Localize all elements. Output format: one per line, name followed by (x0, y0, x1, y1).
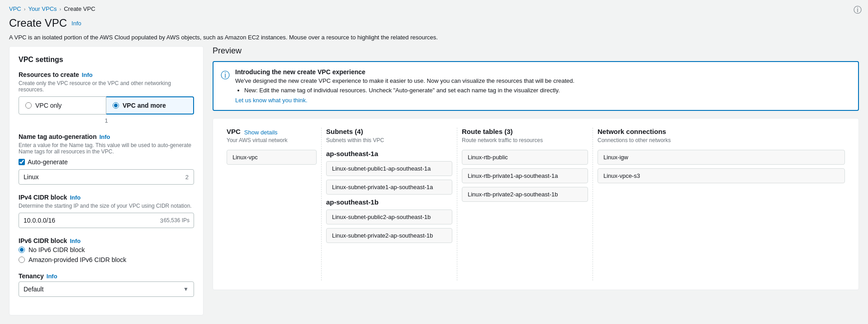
vpc-col-header: VPC Show details (227, 128, 317, 137)
breadcrumb-sep2: › (60, 6, 62, 12)
rtb-public: Linux-rtb-public (462, 150, 588, 165)
resources-sublabel: Create only the VPC resource or the VPC … (19, 80, 194, 93)
network-connections-col-subtitle: Connections to other networks (598, 137, 845, 143)
step-3-indicator: 3 (160, 217, 163, 224)
vpc-and-more-radio[interactable] (113, 102, 119, 109)
step-1-indicator: 1 (19, 117, 194, 124)
step-2-indicator: 2 (185, 174, 189, 181)
ipv4-cidr-count: 65,536 IPs (164, 217, 190, 224)
amazon-ipv6-option[interactable]: Amazon-provided IPv6 CIDR block (19, 256, 194, 263)
breadcrumb-sep1: › (24, 6, 26, 12)
subnet-private1: Linux-subnet-private1-ap-southeast-1a (326, 180, 452, 195)
ipv6-cidr-label: IPv6 CIDR block Info (19, 237, 194, 244)
vpc-diagram-col: VPC Show details Your AWS virtual networ… (222, 128, 322, 281)
route-tables-col-title: Route tables (3) (462, 128, 588, 135)
tenancy-select-row: Default Dedicated Dedicated host ▼ (19, 281, 194, 297)
info-banner-content: Introducing the new create VPC experienc… (235, 68, 851, 104)
info-banner-icon: ⓘ (221, 69, 230, 104)
vpc-and-more-label: VPC and more (123, 102, 166, 109)
subnets-col-subtitle: Subnets within this VPC (326, 137, 452, 143)
ipv4-cidr-label: IPv4 CIDR block Info (19, 194, 194, 201)
breadcrumb-create-vpc: Create VPC (64, 5, 95, 12)
vpc-only-option[interactable]: VPC only (19, 96, 106, 114)
subnet-private2: Linux-subnet-private2-ap-southeast-1b (326, 228, 452, 243)
vpc-only-radio[interactable] (25, 102, 32, 109)
name-tag-section: Name tag auto-generation Info Enter a va… (19, 133, 194, 185)
info-banner-title: Introducing the new create VPC experienc… (235, 68, 851, 76)
vpc-col-subtitle: Your AWS virtual network (227, 137, 317, 143)
resources-info-link[interactable]: Info (82, 71, 93, 78)
no-ipv6-option[interactable]: No IPv6 CIDR block (19, 246, 194, 253)
main-layout: VPC settings Resources to create Info Cr… (0, 46, 868, 324)
info-banner-link[interactable]: Let us know what you think. (235, 97, 308, 104)
ipv4-cidr-section: IPv4 CIDR block Info Determine the start… (19, 194, 194, 228)
page-description: A VPC is an isolated portion of the AWS … (0, 34, 868, 46)
igw-box: Linux-igw (598, 150, 845, 165)
subnet-public2: Linux-subnet-public2-ap-southeast-1b (326, 210, 452, 224)
resources-radio-group: VPC only VPC and more (19, 96, 194, 114)
no-ipv6-radio[interactable] (19, 247, 25, 253)
network-connections-diagram-col: Network connections Connections to other… (593, 128, 849, 281)
network-connections-col-title: Network connections (598, 128, 845, 135)
tenancy-label: Tenancy Info (19, 272, 194, 280)
az2-header: ap-southeast-1b (326, 198, 452, 206)
show-details-link[interactable]: Show details (244, 129, 278, 136)
name-tag-sublabel: Enter a value for the Name tag. This val… (19, 142, 194, 155)
subnets-diagram-col: Subnets (4) Subnets within this VPC ap-s… (322, 128, 457, 281)
route-tables-col-subtitle: Route network traffic to resources (462, 137, 588, 143)
amazon-ipv6-radio[interactable] (19, 257, 25, 263)
info-banner-list: New: Edit the name tag of individual res… (235, 87, 851, 94)
amazon-ipv6-label: Amazon-provided IPv6 CIDR block (28, 256, 126, 263)
preview-title: Preview (213, 46, 859, 56)
vpc-col-title: VPC (227, 128, 241, 135)
vpce-s3-box: Linux-vpce-s3 (598, 168, 845, 183)
breadcrumb-vpc[interactable]: VPC (9, 5, 21, 12)
preview-panel: Preview ⓘ Introducing the new create VPC… (204, 46, 859, 315)
vpc-and-more-option[interactable]: VPC and more (106, 96, 194, 114)
resources-to-create-section: Resources to create Info Create only the… (19, 71, 194, 124)
help-icon[interactable]: ⓘ (854, 5, 862, 15)
diagram-area: VPC Show details Your AWS virtual networ… (213, 118, 859, 290)
resources-label: Resources to create Info (19, 71, 194, 78)
no-ipv6-label: No IPv6 CIDR block (28, 246, 85, 253)
page-info-link[interactable]: Info (71, 20, 81, 27)
name-tag-label: Name tag auto-generation Info (19, 133, 194, 140)
page-header: Create VPC Info (0, 15, 868, 34)
page-title: Create VPC (9, 17, 67, 29)
panel-title: VPC settings (19, 56, 194, 64)
info-banner-desc: We've designed the new create VPC experi… (235, 77, 851, 84)
info-banner: ⓘ Introducing the new create VPC experie… (213, 61, 859, 111)
subnet-public1: Linux-subnet-public1-ap-southeast-1a (326, 161, 452, 176)
tenancy-info-link[interactable]: Info (47, 273, 57, 280)
auto-generate-row: Auto-generate (19, 158, 194, 166)
vpc-only-label: VPC only (35, 102, 62, 109)
ipv4-cidr-info-link[interactable]: Info (70, 194, 81, 201)
auto-generate-label: Auto-generate (28, 158, 68, 166)
ipv6-radio-group: No IPv6 CIDR block Amazon-provided IPv6 … (19, 246, 194, 263)
breadcrumb: VPC › Your VPCs › Create VPC (0, 0, 868, 15)
ipv4-cidr-sublabel: Determine the starting IP and the size o… (19, 203, 194, 209)
ipv6-cidr-info-link[interactable]: Info (70, 238, 81, 244)
rtb-private2: Linux-rtb-private2-ap-southeast-1b (462, 187, 588, 202)
ipv6-cidr-section: IPv6 CIDR block Info No IPv6 CIDR block … (19, 237, 194, 263)
info-banner-bullet: New: Edit the name tag of individual res… (244, 87, 851, 94)
tenancy-select[interactable]: Default Dedicated Dedicated host (19, 281, 194, 297)
name-tag-input-row: 2 (19, 169, 194, 185)
breadcrumb-your-vpcs[interactable]: Your VPCs (28, 5, 57, 12)
vpc-settings-panel: VPC settings Resources to create Info Cr… (9, 46, 204, 315)
name-tag-input[interactable] (19, 169, 194, 185)
subnets-col-title: Subnets (4) (326, 128, 452, 135)
ipv4-cidr-input-row: 65,536 IPs 3 (19, 213, 194, 228)
rtb-private1: Linux-rtb-private1-ap-southeast-1a (462, 168, 588, 183)
route-tables-diagram-col: Route tables (3) Route network traffic t… (457, 128, 593, 281)
name-tag-info-link[interactable]: Info (100, 133, 110, 140)
az1-header: ap-southeast-1a (326, 150, 452, 157)
tenancy-section: Tenancy Info Default Dedicated Dedicated… (19, 272, 194, 297)
vpc-box: Linux-vpc (227, 150, 317, 165)
auto-generate-checkbox[interactable] (19, 159, 25, 165)
